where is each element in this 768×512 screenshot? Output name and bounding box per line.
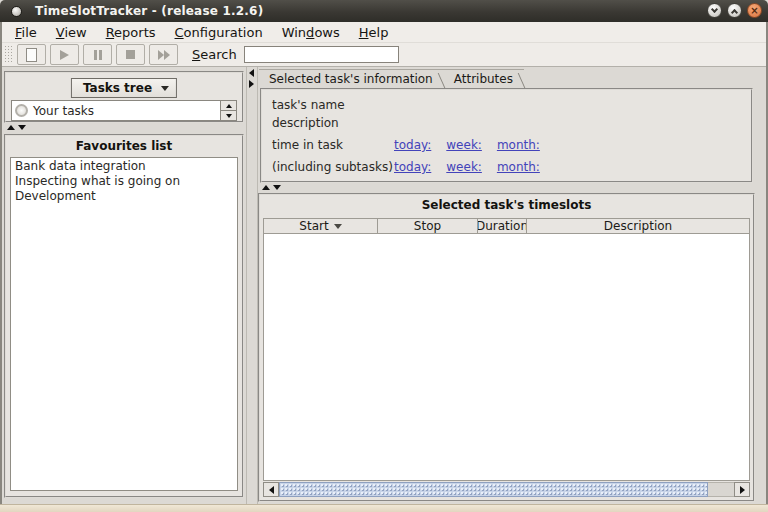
app-window: TimeSlotTracker - (release 1.2.6) × File…: [0, 0, 768, 512]
window-frame-left: [0, 22, 2, 512]
fast-forward-icon: [158, 50, 170, 60]
menu-help[interactable]: Help: [354, 23, 394, 42]
collapse-up-icon[interactable]: [7, 125, 15, 130]
toolbar: Search: [2, 43, 766, 67]
menu-file[interactable]: File: [10, 23, 42, 42]
triangle-right-icon: [740, 486, 745, 494]
column-header-stop[interactable]: Stop: [377, 218, 478, 234]
tasks-tree-panel: Tasks tree Your tasks: [4, 71, 244, 123]
tab-attributes[interactable]: Attributes: [444, 70, 519, 88]
favourites-list[interactable]: Bank data integration Inspecting what is…: [10, 157, 238, 491]
time-month-link[interactable]: month:: [497, 137, 540, 154]
subtasks-week-link[interactable]: week:: [446, 159, 482, 176]
column-header-description[interactable]: Description: [526, 218, 750, 234]
menu-reports[interactable]: Reports: [101, 23, 161, 42]
left-splitter[interactable]: [7, 125, 26, 130]
stop-timing-button[interactable]: [116, 44, 145, 65]
right-splitter[interactable]: [262, 185, 281, 190]
list-item[interactable]: Inspecting what is going on: [11, 174, 237, 189]
minimize-button[interactable]: [707, 3, 722, 18]
window-controls: ×: [707, 3, 762, 18]
favourites-panel: Favourites list Bank data integration In…: [4, 134, 244, 498]
collapse-right-icon[interactable]: [249, 80, 254, 88]
tab-selected-task-information[interactable]: Selected task's information: [259, 70, 439, 88]
scroll-left-button[interactable]: [263, 482, 279, 497]
toolbar-drag-handle[interactable]: [4, 45, 12, 64]
window-title: TimeSlotTracker - (release 1.2.6): [35, 4, 263, 18]
menu-configuration[interactable]: Configuration: [170, 23, 268, 42]
time-in-task-label: time in task: [272, 137, 394, 154]
time-today-link[interactable]: today:: [394, 137, 431, 154]
spinner-down-button[interactable]: [221, 111, 236, 120]
task-info-panel: task's name description time in task tod…: [260, 88, 753, 183]
list-item[interactable]: Bank data integration: [11, 159, 237, 174]
favourites-title: Favourites list: [6, 136, 242, 153]
task-name-label: task's name: [272, 96, 741, 114]
column-header-duration[interactable]: Duration: [477, 218, 527, 234]
titlebar[interactable]: TimeSlotTracker - (release 1.2.6) ×: [0, 0, 768, 22]
triangle-down-icon: [226, 114, 232, 118]
search-input[interactable]: [244, 46, 399, 63]
collapse-left-icon[interactable]: [249, 69, 254, 77]
tree-spinner: [220, 101, 236, 120]
subtasks-month-link[interactable]: month:: [497, 159, 540, 176]
chevron-up-icon: [731, 9, 738, 16]
scroll-right-button[interactable]: [734, 482, 750, 497]
timeslots-panel: Selected task's timeslots Start Stop Dur…: [258, 193, 755, 502]
column-header-start[interactable]: Start: [263, 218, 378, 234]
scrollbar-thumb[interactable]: [279, 482, 708, 497]
collapse-up-icon[interactable]: [262, 185, 270, 190]
tree-node-label: Your tasks: [33, 104, 94, 118]
timeslots-title: Selected task's timeslots: [260, 195, 753, 212]
including-subtasks-label: (including subtasks): [272, 159, 394, 176]
pause-icon: [94, 50, 102, 60]
new-task-button[interactable]: [17, 44, 46, 65]
subtasks-today-link[interactable]: today:: [394, 159, 431, 176]
list-item[interactable]: Development: [11, 189, 237, 204]
new-document-icon: [26, 48, 37, 62]
app-icon: [11, 6, 22, 17]
pause-timing-button[interactable]: [83, 44, 112, 65]
triangle-up-icon: [226, 104, 232, 108]
stop-icon: [126, 50, 135, 59]
fast-forward-button[interactable]: [149, 44, 178, 65]
triangle-left-icon: [269, 486, 274, 494]
horizontal-scrollbar[interactable]: [263, 482, 750, 497]
table-header-row: Start Stop Duration Description: [263, 218, 750, 234]
start-timing-button[interactable]: [50, 44, 79, 65]
timeslots-table: Start Stop Duration Description: [263, 218, 750, 497]
maximize-button[interactable]: [727, 3, 742, 18]
sort-desc-icon: [334, 224, 342, 229]
view-selector-combobox[interactable]: Tasks tree: [71, 78, 177, 98]
collapse-down-icon[interactable]: [18, 125, 26, 130]
search-label: Search: [192, 47, 237, 62]
window-frame-bottom: [0, 504, 768, 512]
tree-node-your-tasks[interactable]: Your tasks: [11, 100, 237, 121]
view-selector-value: Tasks tree: [83, 81, 152, 95]
panel-splitter[interactable]: [246, 67, 258, 504]
menu-windows[interactable]: Windows: [277, 23, 345, 42]
chevron-down-icon: [161, 86, 169, 91]
close-button[interactable]: ×: [747, 3, 762, 18]
play-icon: [60, 50, 69, 60]
menubar: File View Reports Configuration Windows …: [2, 22, 766, 43]
time-week-link[interactable]: week:: [446, 137, 482, 154]
task-description-label: description: [272, 114, 741, 132]
scrollbar-track[interactable]: [708, 482, 734, 497]
chevron-down-icon: [711, 6, 718, 13]
menu-view[interactable]: View: [51, 23, 92, 42]
tab-bar: Selected task's information Attributes: [259, 69, 524, 88]
table-body-empty[interactable]: [263, 234, 750, 481]
clock-icon: [15, 104, 28, 117]
collapse-down-icon[interactable]: [273, 185, 281, 190]
spinner-up-button[interactable]: [221, 101, 236, 111]
